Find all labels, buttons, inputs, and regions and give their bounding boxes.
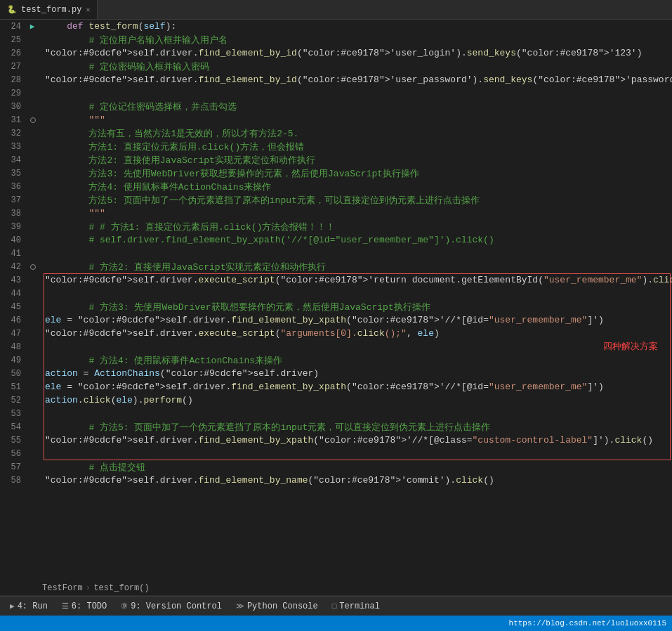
tab-filename: test_form.py [21, 5, 81, 15]
tab-close-icon[interactable]: ✕ [86, 6, 90, 14]
run-indicator [27, 264, 38, 270]
line-number: 37 [0, 195, 27, 205]
line-number: 33 [0, 142, 27, 152]
gutter-row: 37 [0, 193, 42, 207]
code-line: "color:#9cdcfe">self.driver.find_element… [42, 73, 672, 86]
version-label: 9: Version Control [131, 601, 222, 611]
gutter-row: 42 [0, 260, 42, 273]
breadcrumb-class: TestForm [42, 583, 83, 593]
todo-icon: ☰ [62, 601, 69, 611]
breadcrumb-sep1: › [86, 583, 91, 593]
code-line: # 定位记住密码选择框，并点击勾选 [42, 100, 672, 113]
gutter-row: 51 [0, 380, 42, 393]
code-line: """ [42, 207, 672, 220]
version-control-button[interactable]: ⑨ 9: Version Control [114, 597, 229, 616]
code-line: # 点击提交钮 [42, 460, 672, 474]
line-gutter: 24▶2526272829303132333435363738394041424… [0, 20, 42, 580]
editor-area: 24▶2526272829303132333435363738394041424… [0, 20, 672, 580]
code-line: 方法3: 先使用WebDriver获取想要操作的元素，然后使用JavaScrip… [42, 167, 672, 180]
gutter-row: 36 [0, 180, 42, 193]
gutter-row: 35 [0, 167, 42, 180]
line-number: 57 [0, 462, 27, 472]
code-line: 方法有五，当然方法1是无效的，所以才有方法2-5. [42, 126, 672, 140]
code-line: action.click(ele).perform() [42, 393, 672, 407]
terminal-icon: □ [332, 602, 337, 611]
todo-button[interactable]: ☰ 6: TODO [55, 597, 114, 616]
gutter-row: 44 [0, 287, 42, 300]
line-number: 52 [0, 396, 27, 405]
gutter-row: 47 [0, 327, 42, 340]
gutter-row: 34 [0, 153, 42, 167]
code-line: # self.driver.find_element_by_xpath('//*… [42, 233, 672, 247]
gutter-row: 48 [0, 340, 42, 353]
code-line: 方法1: 直接定位元素后用.click()方法，但会报错 [42, 140, 672, 153]
code-line: 方法5: 页面中加了一个伪元素遮挡了原本的input元素，可以直接定位到伪元素上… [42, 193, 672, 207]
code-line: 方法4: 使用鼠标事件ActionChains来操作 [42, 180, 672, 193]
line-number: 36 [0, 182, 27, 192]
line-number: 45 [0, 302, 27, 312]
gutter-row: 43 [0, 273, 42, 287]
gutter-row: 55 [0, 434, 42, 447]
status-bar: https://blog.csdn.net/luoluoxx0115 [0, 616, 672, 631]
line-number: 28 [0, 75, 27, 85]
gutter-row: 41 [0, 247, 42, 260]
line-number: 54 [0, 422, 27, 432]
run-indicator: ▶ [27, 22, 38, 31]
terminal-label: Terminal [339, 601, 380, 611]
gutter-row: 54 [0, 420, 42, 434]
code-area[interactable]: def test_form(self): # 定位用户名输入框并输入用户名 "c… [42, 20, 672, 580]
bottom-toolbar: ▶ 4: Run ☰ 6: TODO ⑨ 9: Version Control … [0, 596, 672, 616]
line-number: 29 [0, 89, 27, 98]
gutter-row: 28 [0, 73, 42, 86]
gutter-row: 33 [0, 140, 42, 153]
code-line [42, 287, 672, 300]
run-indicator [27, 117, 38, 123]
gutter-row: 57 [0, 460, 42, 474]
breadcrumb-bar: TestForm › test_form() [0, 580, 672, 596]
breadcrumb-method: test_form() [93, 583, 149, 593]
python-console-icon: ≫ [236, 601, 244, 611]
code-line: # 定位密码输入框并输入密码 [42, 60, 672, 73]
gutter-row: 49 [0, 353, 42, 367]
status-url: https://blog.csdn.net/luoluoxx0115 [509, 619, 666, 627]
gutter-row: 58 [0, 474, 42, 487]
line-number: 48 [0, 342, 27, 352]
line-number: 50 [0, 369, 27, 379]
line-number: 56 [0, 449, 27, 459]
run-label: 4: Run [18, 601, 48, 611]
gutter-row: 27 [0, 60, 42, 73]
line-number: 49 [0, 356, 27, 365]
todo-label: 6: TODO [72, 601, 107, 611]
code-line: # 方法2: 直接使用JavaScript实现元素定位和动作执行 [42, 260, 672, 273]
line-number: 35 [0, 169, 27, 178]
line-number: 43 [0, 275, 27, 285]
code-line: # 方法5: 页面中加了一个伪元素遮挡了原本的input元素，可以直接定位到伪元… [42, 420, 672, 434]
line-number: 27 [0, 62, 27, 72]
python-console-button[interactable]: ≫ Python Console [229, 597, 325, 616]
terminal-button[interactable]: □ Terminal [325, 597, 387, 616]
gutter-row: 40 [0, 233, 42, 247]
file-tab[interactable]: 🐍 test_form.py ✕ [0, 0, 98, 19]
gutter-row: 39 [0, 220, 42, 233]
run-button[interactable]: ▶ 4: Run [3, 597, 55, 616]
code-line: ele = "color:#9cdcfe">self.driver.find_e… [42, 380, 672, 393]
line-number: 34 [0, 155, 27, 165]
gutter-row: 30 [0, 100, 42, 113]
code-line: def test_form(self): [42, 20, 672, 33]
gutter-row: 26 [0, 46, 42, 60]
gutter-row: 25 [0, 33, 42, 46]
gutter-row: 24▶ [0, 20, 42, 33]
line-number: 46 [0, 316, 27, 325]
gutter-row: 50 [0, 367, 42, 380]
line-number: 40 [0, 235, 27, 245]
code-line [42, 447, 672, 460]
python-console-label: Python Console [247, 601, 318, 611]
gutter-row: 53 [0, 407, 42, 420]
line-number: 25 [0, 35, 27, 45]
code-line: 方法2: 直接使用JavaScript实现元素定位和动作执行 [42, 153, 672, 167]
code-line: action = ActionChains("color:#9cdcfe">se… [42, 367, 672, 380]
line-number: 32 [0, 129, 27, 138]
run-icon: ▶ [10, 601, 15, 611]
code-line: "color:#9cdcfe">self.driver.execute_scri… [42, 327, 672, 340]
line-number: 47 [0, 329, 27, 339]
